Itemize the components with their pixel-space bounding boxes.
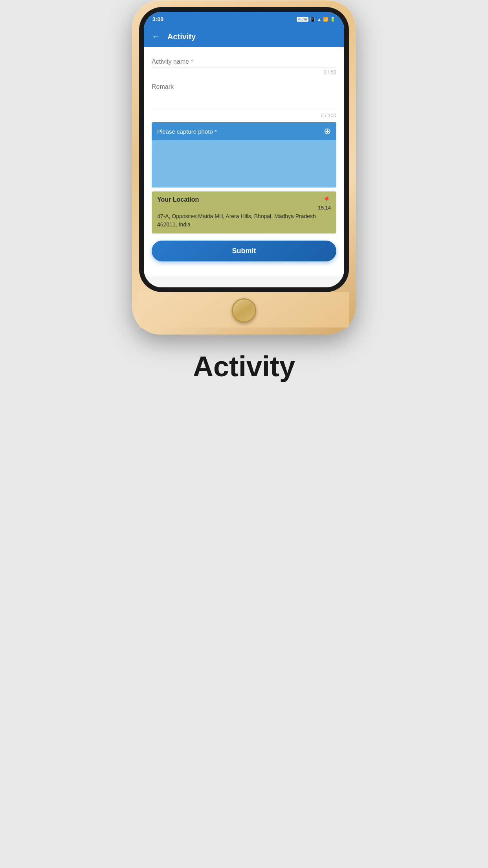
location-title: Your Location bbox=[157, 196, 199, 203]
form-content: 0 / 50 0 / 100 Please capture photo * ⊕ bbox=[144, 47, 344, 276]
page-title-text: Activity bbox=[193, 351, 295, 382]
activity-name-char-count: 0 / 50 bbox=[152, 69, 336, 75]
remark-char-count: 0 / 100 bbox=[152, 112, 336, 118]
photo-placeholder-area[interactable] bbox=[152, 140, 336, 188]
signal-icon: 📶 bbox=[323, 17, 328, 22]
location-address: 47-A, Opposites Maida Mill, Arera Hills,… bbox=[157, 212, 331, 229]
nav-title: Activity bbox=[167, 32, 196, 41]
volte-icon: VoLTE bbox=[297, 17, 308, 22]
location-right: 📍 15.14 bbox=[318, 196, 331, 211]
activity-name-input[interactable] bbox=[152, 53, 336, 68]
page-title-section: Activity bbox=[193, 335, 295, 394]
vibrate-icon: 📳 bbox=[310, 17, 316, 22]
location-number: 15.14 bbox=[318, 205, 331, 211]
photo-add-icon[interactable]: ⊕ bbox=[324, 126, 331, 136]
status-time: 3:00 bbox=[152, 16, 163, 22]
photo-capture-label: Please capture photo * bbox=[157, 128, 217, 135]
remark-field-group: 0 / 100 bbox=[152, 79, 336, 118]
photo-capture-section: Please capture photo * ⊕ bbox=[152, 122, 336, 188]
location-pin-icon: 📍 bbox=[322, 196, 331, 205]
location-section: Your Location 📍 15.14 47-A, Opposites Ma… bbox=[152, 191, 336, 234]
battery-icon: 🔋 bbox=[330, 17, 336, 22]
location-header: Your Location 📍 15.14 bbox=[157, 196, 331, 211]
remark-input[interactable] bbox=[152, 79, 336, 110]
home-button-area bbox=[139, 292, 349, 327]
activity-name-field-group: 0 / 50 bbox=[152, 53, 336, 75]
status-bar: 3:00 VoLTE 📳 ▲ 📶 🔋 bbox=[144, 12, 344, 26]
back-button[interactable]: ← bbox=[152, 31, 160, 42]
home-button[interactable] bbox=[232, 298, 256, 323]
wifi-icon: ▲ bbox=[317, 17, 321, 22]
nav-bar: ← Activity bbox=[144, 26, 344, 47]
submit-button[interactable]: Submit bbox=[152, 241, 336, 261]
photo-capture-header[interactable]: Please capture photo * ⊕ bbox=[152, 122, 336, 140]
status-icons: VoLTE 📳 ▲ 📶 🔋 bbox=[297, 17, 336, 22]
